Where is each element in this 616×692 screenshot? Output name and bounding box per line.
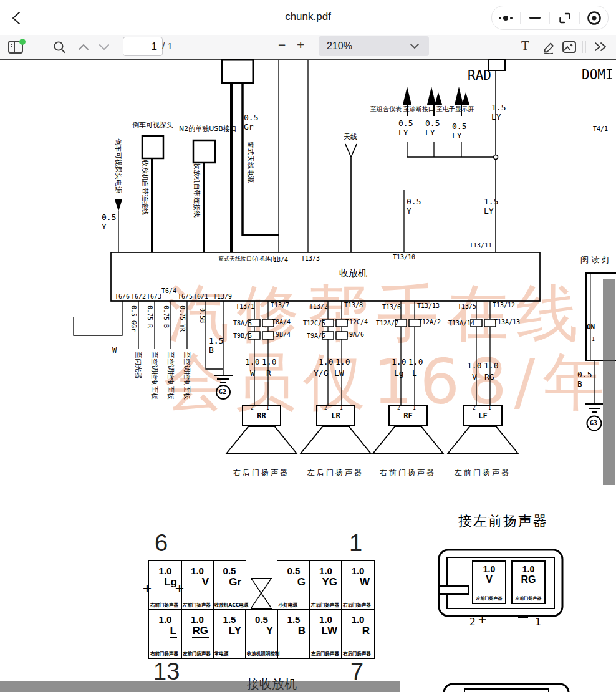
speaker-pin: 1 <box>413 406 416 411</box>
previous-page-icon[interactable] <box>77 42 90 51</box>
table-cell: 1.0RG左前门扬声器 <box>181 609 214 659</box>
divider <box>549 12 550 24</box>
divider <box>582 41 583 53</box>
arrow-down-icon <box>115 199 122 211</box>
radio-connector-table: 6 1 13 7 1.0Lg右前门扬声器+1.0V左前门扬声器+0.5Gr收放机… <box>148 560 373 659</box>
reversing-camera-box <box>142 136 163 158</box>
speaker-name: 左前门扬声器 <box>442 468 523 478</box>
pin-label: T8A/4 <box>272 319 291 325</box>
wire-label: Lg <box>394 369 404 378</box>
connector-cell: 1.0 RG 左前门扬声器 <box>511 560 546 604</box>
wire-label: V <box>472 373 477 382</box>
table-cell: 1.0V左前门扬声器+ <box>181 560 214 610</box>
speaker-box-lf: LF <box>463 405 503 426</box>
vertical-wire-label: 倒车可视探头电源 <box>115 138 122 193</box>
annotate-pencil-icon[interactable] <box>541 40 557 55</box>
wire-label: 0.5 LY <box>398 119 413 137</box>
speaker-box-lr: LR <box>316 405 355 426</box>
page-number-input[interactable] <box>123 37 163 56</box>
cell-label: 左前门扬声器 <box>513 595 544 602</box>
more-options-icon[interactable] <box>493 7 518 29</box>
pin-number: 6 <box>155 530 168 557</box>
empty-slot-x <box>251 578 272 609</box>
pin-label: T12C/5 <box>303 320 325 327</box>
speaker-box-rr: RR <box>242 405 281 426</box>
speaker-pin: 2 <box>251 406 254 411</box>
plus-mark: + <box>143 580 152 596</box>
speaker-pin: 1 <box>488 406 491 411</box>
divider <box>520 12 521 24</box>
pin-label: T6/5 <box>178 293 193 300</box>
zoom-level-select[interactable]: 210% <box>319 36 429 56</box>
cell-gauge: 1.0 <box>513 564 544 574</box>
label-radio-unit: 收放机 <box>339 268 367 279</box>
speaker-pin: 2 <box>473 406 476 411</box>
vertical-scrollbar-thumb[interactable] <box>603 279 615 485</box>
pin-label: T13A/13 <box>494 319 520 325</box>
label-rad: RAD <box>468 69 491 84</box>
connector-pin-2: 2 <box>469 617 476 628</box>
divider <box>585 41 586 53</box>
insert-image-icon[interactable] <box>562 41 577 54</box>
minimize-icon[interactable] <box>522 7 547 29</box>
horizontal-scrollbar-thumb[interactable] <box>0 681 400 692</box>
pin-label: T13/11 <box>469 242 492 249</box>
wire-label: 1.0 <box>319 358 333 367</box>
zoom-out-button[interactable]: − <box>278 37 286 52</box>
pin-label: T13/6 <box>382 304 401 310</box>
pin-label: T13/1 <box>236 303 254 310</box>
search-icon[interactable] <box>52 41 67 54</box>
speaker-pin: 1 <box>266 406 269 411</box>
pin-label: T6/2 <box>131 293 146 300</box>
pin-label: T6/6 <box>115 293 130 300</box>
speaker-pin: 1 <box>340 406 343 411</box>
vertical-wire-label: 0.5B <box>199 308 205 323</box>
label-antenna: 天线 <box>344 133 357 141</box>
wire-label: 1.0 <box>335 358 350 367</box>
pin-label: T12C/4 <box>345 319 368 325</box>
wire-label: 1.0 <box>467 362 481 371</box>
connector-minus-mark <box>518 616 528 618</box>
vertical-wire-label: 至空调控制面板 <box>151 352 158 400</box>
wire-label: 1.5 LY <box>491 103 506 122</box>
pin-label: T6/4 <box>161 287 176 294</box>
zoom-in-button[interactable]: + <box>297 37 304 52</box>
table-cell: 1.5B <box>277 609 310 659</box>
wire-label: Y/G <box>314 369 328 378</box>
vertical-wire-label: 0.75 R <box>147 305 153 328</box>
connector-plus-mark: + <box>478 612 486 628</box>
cell-color: RG <box>513 574 544 585</box>
record-icon[interactable] <box>582 7 607 29</box>
table-cell: 0.5G小灯电源 <box>277 560 310 610</box>
next-page-icon[interactable] <box>97 42 111 51</box>
speaker-name: 右后门扬声器 <box>221 468 302 478</box>
pin-label: T13/2 <box>309 303 328 310</box>
title-bar: chunk.pdf <box>0 0 616 35</box>
connector-pin-1: 1 <box>535 617 541 628</box>
table-cell: 1.0YG左后门扬声器 <box>309 560 342 610</box>
vertical-wire-label: 窗式天线电源 <box>247 142 254 183</box>
vertical-wire-label: 至空调控制面板 <box>183 352 190 400</box>
table-cell: 1.0LW左后门扬声器 <box>309 609 342 659</box>
more-tools-icon[interactable] <box>592 41 610 52</box>
thumbnails-panel-icon[interactable] <box>7 39 26 55</box>
wire-label: 1.0 <box>262 358 276 367</box>
pin-label: T13/4 <box>269 256 288 263</box>
pdf-toolbar: / 1 − + 210% T <box>0 35 616 59</box>
wire-label: 1.0 <box>392 358 406 367</box>
pin-label: T9B/5 <box>233 332 252 339</box>
label-to-cluster: 至组合仪表 <box>370 105 402 112</box>
usb-port-box <box>193 140 215 163</box>
cell-label: 左前门扬声器 <box>473 595 505 602</box>
text-tool-icon[interactable]: T <box>521 38 529 54</box>
speaker-cones <box>227 426 518 453</box>
wire-label: 0.5 Y <box>102 213 116 231</box>
pin-label: T13/10 <box>393 254 415 261</box>
front-connector-title: 接左前扬声器 <box>458 514 548 529</box>
pin-label: T13/3 <box>301 255 320 262</box>
floating-window-icon[interactable] <box>552 7 577 29</box>
ground-icon-g2 <box>214 375 233 399</box>
antenna-icon <box>345 144 357 252</box>
table-cell: 1.0R右后门扬声器 <box>341 609 375 659</box>
pin-label: T13A/14 <box>448 320 474 327</box>
